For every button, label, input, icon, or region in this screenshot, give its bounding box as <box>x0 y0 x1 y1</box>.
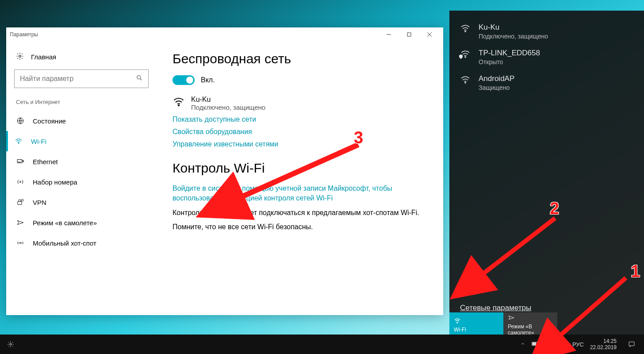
annotation-arrow-2 <box>469 212 566 291</box>
svg-rect-10 <box>23 161 24 162</box>
globe-icon <box>16 116 25 125</box>
link-show-networks[interactable]: Показать доступные сети <box>172 115 431 123</box>
svg-line-6 <box>140 79 142 80</box>
nav-wifi[interactable]: Wi-Fi <box>6 131 160 151</box>
nav-ethernet[interactable]: Ethernet <box>14 151 160 172</box>
nav-label: VPN <box>33 199 46 206</box>
titlebar: Параметры <box>6 27 443 42</box>
gear-icon <box>16 52 24 62</box>
connected-network[interactable]: Ku-Ku Подключено, защищено <box>172 96 431 111</box>
tray-expand-icon[interactable] <box>520 341 525 348</box>
nav-status[interactable]: Состояние <box>14 111 160 131</box>
flyout-network[interactable]: AndroidAPЗащищено <box>449 70 644 96</box>
nav-label: Мобильный хот-спот <box>33 239 96 247</box>
svg-point-8 <box>18 143 19 144</box>
network-status: Подключено, защищено <box>191 104 265 111</box>
wifi-open-icon <box>460 49 471 61</box>
tile-label: Wi-Fi <box>454 327 503 333</box>
svg-line-32 <box>478 218 555 278</box>
home-label: Главная <box>31 53 56 61</box>
network-name: Ku-Ku <box>191 96 265 104</box>
wifi-icon <box>172 96 185 110</box>
nav-dialup[interactable]: Набор номера <box>14 172 160 192</box>
svg-rect-25 <box>539 343 540 344</box>
search-icon <box>130 74 148 83</box>
search-input[interactable] <box>14 69 149 88</box>
nav-label: Wi-Fi <box>31 138 46 145</box>
flyout-network[interactable]: Ku-KuПодключено, защищено <box>449 19 644 44</box>
wifi-icon <box>460 74 471 87</box>
nav-label: Состояние <box>33 117 66 125</box>
network-name: AndroidAP <box>479 74 514 83</box>
network-name: Ku-Ku <box>479 23 548 32</box>
annotation-arrow-3 <box>226 138 372 213</box>
svg-line-34 <box>234 145 358 200</box>
svg-point-16 <box>21 199 23 201</box>
nav-airplane[interactable]: Режим «в самолете» <box>14 212 160 233</box>
wifi-icon <box>460 23 471 35</box>
network-settings-link[interactable]: Сетевые параметры <box>460 304 531 312</box>
nav-label: Набор номера <box>33 178 77 186</box>
wifi-icon <box>14 137 23 146</box>
annotation-number-3: 3 <box>354 128 363 147</box>
minimize-button[interactable] <box>379 27 399 42</box>
annotation-number-1: 1 <box>631 262 640 281</box>
battery-icon[interactable] <box>532 341 540 348</box>
nav-label: Ethernet <box>33 158 58 165</box>
network-status: Открыто <box>479 58 540 65</box>
flyout-network[interactable]: TP-LINK_EDD658Открыто <box>449 44 644 70</box>
nav-label: Режим «в самолете» <box>33 219 97 227</box>
start-button[interactable] <box>0 335 21 354</box>
svg-rect-9 <box>17 160 22 163</box>
section-label: Сеть и Интернет <box>16 99 160 105</box>
network-name: TP-LINK_EDD658 <box>479 49 540 58</box>
network-status: Подключено, защищено <box>479 33 548 40</box>
svg-point-17 <box>20 242 21 243</box>
link-hardware-properties[interactable]: Свойства оборудования <box>172 128 431 136</box>
svg-point-14 <box>20 181 21 183</box>
hotspot-icon <box>16 239 25 247</box>
tile-wifi[interactable]: Wi-Fi <box>449 312 503 337</box>
wifi-icon <box>454 317 503 326</box>
svg-rect-1 <box>407 33 411 36</box>
vpn-icon <box>16 198 25 207</box>
svg-point-21 <box>465 82 466 83</box>
wifi-safety-note: Помните, что не все сети Wi-Fi безопасны… <box>172 222 431 232</box>
settings-window: Параметры Главная Сеть и <box>6 27 443 315</box>
svg-point-5 <box>137 76 141 79</box>
svg-rect-15 <box>18 202 22 205</box>
dialup-icon <box>16 177 25 186</box>
airplane-icon <box>16 218 25 227</box>
svg-point-4 <box>19 55 21 58</box>
window-title: Параметры <box>10 31 38 38</box>
svg-point-18 <box>178 105 179 106</box>
sidebar: Главная Сеть и Интернет Состояние Wi-Fi … <box>6 42 160 315</box>
svg-point-19 <box>465 31 466 32</box>
page-heading: Беспроводная сеть <box>172 51 431 66</box>
close-button[interactable] <box>419 27 440 42</box>
quick-tiles: Wi-Fi Режим «Всамолете» <box>449 312 557 337</box>
ethernet-icon <box>16 157 25 166</box>
network-status: Защищено <box>479 84 514 91</box>
svg-point-22 <box>457 322 458 323</box>
home-button[interactable]: Главная <box>14 50 160 69</box>
nav-hotspot[interactable]: Мобильный хот-спот <box>14 233 160 253</box>
svg-rect-26 <box>533 342 536 345</box>
nav-vpn[interactable]: VPN <box>14 192 160 212</box>
wifi-toggle[interactable] <box>172 75 195 85</box>
maximize-button[interactable] <box>399 27 419 42</box>
search-field[interactable] <box>15 75 130 83</box>
svg-point-23 <box>10 343 12 345</box>
annotation-number-2: 2 <box>550 199 559 218</box>
toggle-label: Вкл. <box>201 76 215 84</box>
svg-point-20 <box>465 57 466 58</box>
